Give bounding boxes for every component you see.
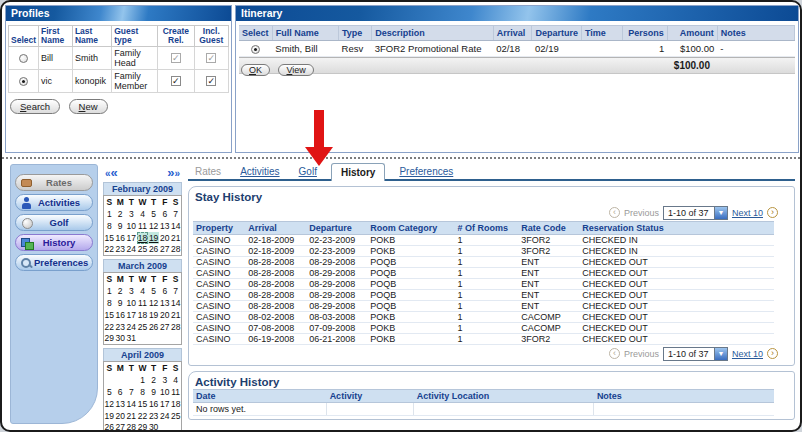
calendar-day[interactable]: 7 xyxy=(170,208,181,220)
calendar-day[interactable]: 23 xyxy=(115,244,126,256)
calendar-day[interactable]: 2 xyxy=(148,374,159,386)
calendar-day[interactable]: 16 xyxy=(148,398,159,410)
calendar-day[interactable]: 4 xyxy=(170,374,181,386)
calendar-day[interactable]: 6 xyxy=(115,386,126,398)
calendar-day[interactable]: 9 xyxy=(115,220,126,232)
calendar-day[interactable]: 26 xyxy=(148,244,159,256)
calendar-day[interactable]: 21 xyxy=(170,309,181,321)
calendar-day[interactable]: 4 xyxy=(137,208,148,220)
calendar-day[interactable]: 17 xyxy=(126,232,137,244)
calendar-day[interactable]: 24 xyxy=(126,321,137,333)
calendar-day[interactable]: 8 xyxy=(137,386,148,398)
calendar-day[interactable]: 15 xyxy=(137,398,148,410)
calendar-day[interactable]: 28 xyxy=(170,321,181,333)
calendar-day[interactable]: 13 xyxy=(159,297,170,309)
calendar-day[interactable]: 16 xyxy=(115,309,126,321)
new-button[interactable]: New xyxy=(69,99,108,114)
calendar-day[interactable]: 27 xyxy=(115,422,126,432)
calendar-day[interactable]: 18 xyxy=(137,232,148,244)
calendar-day[interactable]: 12 xyxy=(148,297,159,309)
calendar-day[interactable]: 9 xyxy=(148,386,159,398)
calendar-day[interactable]: 25 xyxy=(170,410,181,422)
page-range-select[interactable]: 1-10 of 37▼ xyxy=(663,206,728,220)
calendar-prev-month-icon[interactable]: « xyxy=(111,165,118,180)
incl-guest-checkbox[interactable]: ✓ xyxy=(206,76,216,86)
create-rel-checkbox[interactable]: ✓ xyxy=(171,53,181,63)
create-rel-checkbox[interactable]: ✓ xyxy=(171,76,181,86)
calendar-day[interactable]: 10 xyxy=(126,220,137,232)
sidebar-item-activities[interactable]: Activities xyxy=(15,194,93,211)
calendar-day[interactable]: 12 xyxy=(104,398,115,410)
calendar-day[interactable]: 10 xyxy=(159,386,170,398)
calendar-day[interactable]: 11 xyxy=(170,386,181,398)
calendar-day[interactable]: 9 xyxy=(115,297,126,309)
calendar-day[interactable]: 3 xyxy=(126,208,137,220)
calendar-day[interactable]: 26 xyxy=(148,321,159,333)
calendar-day[interactable]: 27 xyxy=(159,321,170,333)
calendar-day[interactable]: 14 xyxy=(126,398,137,410)
calendar-day[interactable]: 8 xyxy=(104,220,115,232)
sidebar-item-golf[interactable]: Golf xyxy=(15,214,93,231)
calendar-day[interactable]: 20 xyxy=(159,232,170,244)
calendar-day[interactable]: 20 xyxy=(115,410,126,422)
calendar-day[interactable]: 19 xyxy=(148,232,159,244)
calendar-day[interactable]: 17 xyxy=(159,398,170,410)
calendar-day[interactable]: 2 xyxy=(115,285,126,297)
calendar-day[interactable]: 28 xyxy=(170,244,181,256)
calendar-day[interactable]: 7 xyxy=(170,285,181,297)
calendar-day[interactable]: 8 xyxy=(104,297,115,309)
calendar-day[interactable]: 1 xyxy=(137,374,148,386)
calendar-day[interactable]: 30 xyxy=(148,422,159,432)
calendar-day[interactable]: 23 xyxy=(148,410,159,422)
sidebar-item-history[interactable]: History xyxy=(15,234,93,251)
calendar-day[interactable]: 20 xyxy=(159,309,170,321)
calendar-day[interactable]: 6 xyxy=(159,285,170,297)
calendar-day[interactable]: 24 xyxy=(159,410,170,422)
calendar-day[interactable]: 13 xyxy=(159,220,170,232)
view-button[interactable]: View xyxy=(278,64,313,76)
calendar-day[interactable]: 10 xyxy=(126,297,137,309)
calendar-day[interactable]: 29 xyxy=(104,333,115,345)
calendar-day[interactable]: 14 xyxy=(170,220,181,232)
calendar-day[interactable]: 19 xyxy=(148,309,159,321)
calendar-day[interactable]: 25 xyxy=(137,244,148,256)
calendar-day[interactable]: 18 xyxy=(170,398,181,410)
calendar-day[interactable]: 30 xyxy=(115,333,126,345)
calendar-day[interactable]: 31 xyxy=(126,333,137,345)
calendar-day[interactable]: 3 xyxy=(126,285,137,297)
calendar-day[interactable]: 15 xyxy=(104,232,115,244)
sidebar-item-preferences[interactable]: Preferences xyxy=(15,254,93,271)
calendar-day[interactable]: 21 xyxy=(126,410,137,422)
calendar-day[interactable]: 11 xyxy=(137,220,148,232)
page-range-select[interactable]: 1-10 of 37▼ xyxy=(663,347,728,361)
calendar-day[interactable]: 23 xyxy=(115,321,126,333)
calendar-day[interactable]: 26 xyxy=(104,422,115,432)
next-10-link[interactable]: Next 10 xyxy=(732,349,763,359)
tab-activities[interactable]: Activities xyxy=(235,163,284,179)
calendar-day[interactable]: 15 xyxy=(104,309,115,321)
calendar-day[interactable]: 19 xyxy=(104,410,115,422)
next-page-icon[interactable]: › xyxy=(767,348,778,359)
calendar-day[interactable]: 1 xyxy=(104,285,115,297)
calendar-day[interactable]: 22 xyxy=(137,410,148,422)
calendar-day[interactable]: 7 xyxy=(126,386,137,398)
next-page-icon[interactable]: › xyxy=(767,207,778,218)
calendar-day[interactable]: 28 xyxy=(126,422,137,432)
calendar-day[interactable]: 5 xyxy=(148,208,159,220)
calendar-day[interactable]: 1 xyxy=(104,208,115,220)
calendar-day[interactable]: 12 xyxy=(148,220,159,232)
profile-select-radio[interactable] xyxy=(19,77,28,86)
calendar-day[interactable]: 6 xyxy=(159,208,170,220)
calendar-day[interactable]: 11 xyxy=(137,297,148,309)
calendar-day[interactable]: 4 xyxy=(137,285,148,297)
calendar-day[interactable]: 22 xyxy=(104,321,115,333)
calendar-day[interactable]: 24 xyxy=(126,244,137,256)
profile-select-radio[interactable] xyxy=(19,54,28,63)
calendar-day[interactable]: 29 xyxy=(137,422,148,432)
search-button[interactable]: Search xyxy=(10,99,60,114)
tab-history[interactable]: History xyxy=(331,163,385,181)
itinerary-select-radio[interactable] xyxy=(251,45,260,54)
calendar-day[interactable]: 2 xyxy=(115,208,126,220)
next-10-link[interactable]: Next 10 xyxy=(732,208,763,218)
ok-button[interactable]: OK xyxy=(241,64,270,76)
